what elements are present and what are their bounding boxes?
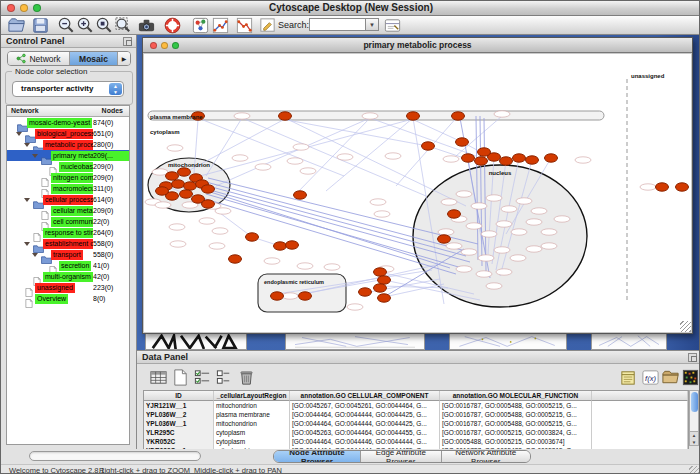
expand-arrow-icon[interactable] <box>24 198 30 202</box>
tab-mosaic[interactable]: Mosaic <box>70 52 118 65</box>
tab-edge-attribute-browser[interactable]: Edge Attribute Browser <box>361 451 442 462</box>
scrollbar-arrows[interactable]: ▲▼ <box>690 431 698 445</box>
tree-row[interactable]: biological_process651(0) <box>7 128 129 139</box>
background-window-fragment[interactable] <box>449 333 567 350</box>
expand-arrow-icon[interactable] <box>16 132 22 136</box>
expand-arrow-icon[interactable] <box>24 143 30 147</box>
tree-row[interactable]: cell communicat22(0) <box>7 216 129 227</box>
desktop-area: primary metabolic process plasma membran… <box>137 35 700 350</box>
tree-row[interactable]: establishment of lo558(0) <box>7 238 129 249</box>
table-row[interactable]: YPL036W__1mitochondrion[GO:0044464, GO:0… <box>144 419 688 428</box>
table-row[interactable]: YKR052Ccytoplasm[GO:0044464, GO:0044446,… <box>144 437 688 446</box>
index-card-icon[interactable] <box>383 16 402 35</box>
network-canvas[interactable]: plasma membranecytoplasmmitochondrionnuc… <box>144 54 691 332</box>
window-resize-grip[interactable] <box>680 321 691 332</box>
dp-notepad-icon[interactable] <box>619 368 638 387</box>
zoom-out-icon[interactable] <box>57 16 76 35</box>
network-view-window[interactable]: primary metabolic process plasma membran… <box>142 37 693 334</box>
zoom-in-icon[interactable] <box>76 16 95 35</box>
vizmapper-icon[interactable] <box>191 16 210 35</box>
tree-row-node-count: 874(0) <box>93 118 129 128</box>
dropdown-arrows-icon: ▲▼ <box>109 83 122 95</box>
table-scrollbar[interactable]: ▲▼ <box>689 390 699 446</box>
table-row[interactable]: YJR121W__1mitochondrion[GO:0045267, GO:0… <box>144 401 688 410</box>
dp-trash-icon[interactable] <box>237 368 256 387</box>
tree-row[interactable]: unassigned223(0) <box>7 282 129 293</box>
app-resize-grip[interactable] <box>689 466 700 474</box>
tree-row[interactable]: cellular process614(0) <box>7 194 129 205</box>
table-cell: YPL036W__1 <box>144 419 214 428</box>
table-cell: [GO:0016787, GO:0005488, GO:0005215, G..… <box>440 401 592 410</box>
camera-icon[interactable] <box>137 16 156 35</box>
dp-folder-icon[interactable] <box>661 368 680 387</box>
expand-arrow-icon[interactable] <box>32 253 38 257</box>
title-bar[interactable]: Cytoscape Desktop (New Session) <box>1 1 700 16</box>
table-cell: cytoplasm <box>214 437 290 446</box>
table-row[interactable]: YLR295Ccytoplasm[GO:0045263, GO:0044464,… <box>144 428 688 437</box>
tree-row[interactable]: primary metabolic209(... <box>7 150 129 161</box>
table-header-cell[interactable]: _cellularLayoutRegion <box>214 391 290 401</box>
tab-network[interactable]: Network <box>8 52 70 65</box>
cytoscape-app-window: Cytoscape Desktop (New Session) Search: … <box>0 0 700 474</box>
dp-select-attr-icon[interactable] <box>193 368 212 387</box>
tree-row[interactable]: cellular metabo209(0) <box>7 205 129 216</box>
expand-arrow-icon[interactable] <box>32 154 38 158</box>
node-color-dropdown[interactable]: transporter activity ▲▼ <box>12 81 124 97</box>
app-title: Cytoscape Desktop (New Session) <box>1 2 700 13</box>
table-header-cell[interactable] <box>592 391 688 401</box>
tree-row[interactable]: Overview8(0) <box>7 293 129 304</box>
table-row[interactable]: YPL036W__2plasma membrane[GO:0044464, GO… <box>144 410 688 419</box>
tree-row[interactable]: metabolic process280(0) <box>7 139 129 150</box>
tree-row-label: transport <box>51 250 83 260</box>
table-cell: [GO:0044464, GO:0044444, GO:0044425, G..… <box>290 410 440 419</box>
background-window-fragment[interactable] <box>591 333 667 350</box>
open-icon[interactable] <box>7 16 26 35</box>
zoom-fit-icon[interactable] <box>95 16 114 35</box>
save-icon[interactable] <box>31 16 50 35</box>
table-cell <box>592 437 688 446</box>
search-input[interactable] <box>309 18 365 31</box>
dp-newdoc-icon[interactable] <box>171 368 190 387</box>
background-window-fragment[interactable] <box>145 333 247 350</box>
tree-row-node-count: 264(0) <box>93 228 129 238</box>
node-color-selection-legend: Node color selection <box>12 67 90 76</box>
dp-matrix-icon[interactable] <box>681 368 700 387</box>
dp-table-icon[interactable] <box>149 368 168 387</box>
float-panel-icon[interactable] <box>688 353 697 362</box>
dp-fx-icon[interactable]: f(x) <box>641 368 660 387</box>
scrollbar-thumb[interactable] <box>691 392 698 412</box>
table-header-cell[interactable]: annotation.GO CELLULAR_COMPONENT <box>290 391 440 401</box>
background-window-fragment[interactable] <box>285 333 425 350</box>
tree-row-label: unassigned <box>35 283 75 293</box>
tree-row[interactable]: secretion41(0) <box>7 260 129 271</box>
search-dropdown-arrow-icon[interactable]: ▼ <box>365 18 379 31</box>
network-window-titlebar[interactable]: primary metabolic process <box>143 38 692 53</box>
tree-row[interactable]: nucleobase-cont209(0) <box>7 161 129 172</box>
tree-row[interactable]: macromolecule311(0) <box>7 183 129 194</box>
dp-unselect-attr-icon[interactable] <box>215 368 234 387</box>
tree-row[interactable]: response to stimulu264(0) <box>7 227 129 238</box>
layout-red-icon[interactable] <box>235 16 254 35</box>
tree-row[interactable]: nitrogen compo209(0) <box>7 172 129 183</box>
tab-label: Edge Attribute Browser <box>367 450 435 463</box>
tree-row[interactable]: multi-organism pro42(0) <box>7 271 129 282</box>
tab-overflow-arrow-icon[interactable]: ▶ <box>118 52 130 65</box>
table-cell: YPL036W__2 <box>144 410 214 419</box>
table-cell: [GO:0016787, GO:0005215, GO:0003824, G..… <box>440 428 592 437</box>
annotation-icon[interactable] <box>258 16 277 35</box>
tree-row-node-count: 614(0) <box>93 195 129 205</box>
zoom-selected-icon[interactable] <box>114 16 133 35</box>
table-cell: [GO:0005488, GO:0005215, GO:0003674] <box>440 437 592 446</box>
expand-arrow-icon[interactable] <box>24 242 30 246</box>
tree-row[interactable]: transport558(0) <box>7 249 129 260</box>
tab-node-attribute-browser[interactable]: Node Attribute Browser <box>274 451 361 462</box>
float-panel-icon[interactable] <box>123 37 132 46</box>
help-icon[interactable] <box>163 16 182 35</box>
network-tree-header: Network Nodes <box>7 106 129 117</box>
tree-row-node-count: 41(0) <box>93 261 129 271</box>
table-header-cell[interactable]: annotation.GO MOLECULAR_FUNCTION <box>440 391 592 401</box>
tab-network-attribute-browser[interactable]: Network Attribute Browser <box>442 451 530 462</box>
table-header-cell[interactable]: ID <box>144 391 214 401</box>
layout-blue-icon[interactable] <box>211 16 230 35</box>
tree-row[interactable]: mosaic-demo-yeast874(0) <box>7 117 129 128</box>
